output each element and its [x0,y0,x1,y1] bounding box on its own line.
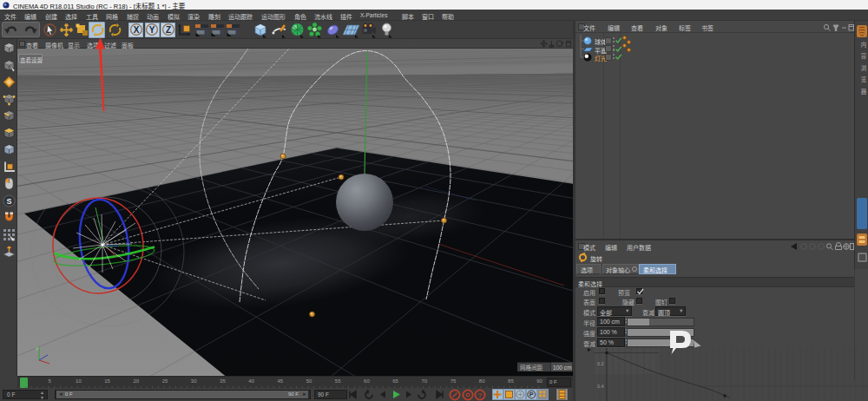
svg-text:P: P [529,391,534,398]
svg-text:0.2: 0.2 [597,361,604,366]
svg-text:X: X [133,25,139,35]
svg-text:网格间距: 网格间距 [520,364,543,371]
svg-text:Z: Z [165,25,170,35]
svg-text:Y: Y [149,25,155,35]
svg-text:0.4: 0.4 [597,384,604,389]
svg-text:S: S [6,197,11,206]
svg-text:?: ? [478,391,483,398]
svg-text:Y: Y [36,346,39,352]
svg-text:100 cm: 100 cm [553,365,572,371]
